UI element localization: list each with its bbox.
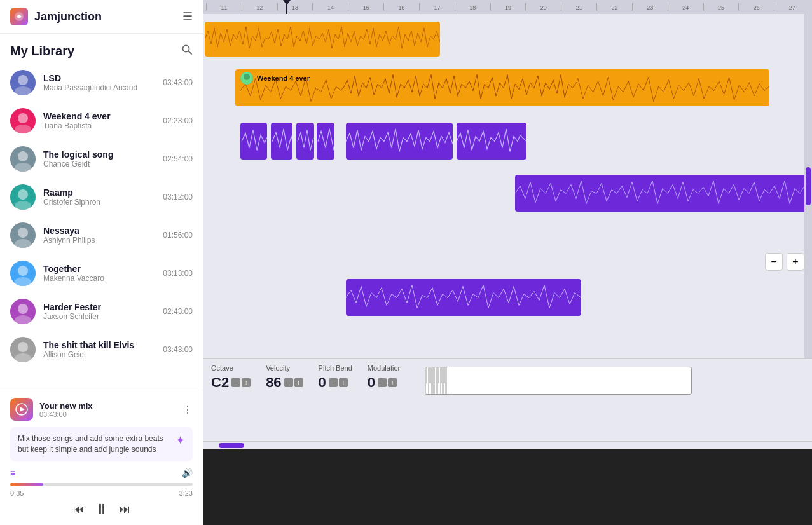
track-row-2-inner: Weekend 4 ever [203, 64, 812, 116]
pitch-bend-value: 0 [319, 374, 326, 391]
track-info: The logical song Chance Geidt [43, 149, 158, 168]
track-artist: Allison Geidt [43, 350, 158, 359]
logo-icon [10, 8, 28, 25]
track-item[interactable]: The logical song Chance Geidt 02:54:00 [0, 140, 203, 178]
svg-line-2 [189, 51, 192, 55]
waveform-block-6[interactable] [346, 279, 581, 316]
playhead-triangle [283, 0, 291, 5]
now-playing-row: Your new mix 03:43:00 ⋮ [10, 398, 193, 421]
track-avatar [10, 337, 36, 362]
ruler-mark: 18 [455, 3, 490, 11]
player-controls: ≡ 🔊 0:35 3:23 ⏮ ⏸ ⏭ [10, 468, 193, 517]
volume-icon: 🔊 [182, 468, 193, 478]
waveform-block-2b[interactable] [343, 69, 577, 106]
main-content: 1112131415161718192021222324252627 [203, 0, 812, 525]
ruler-mark: 14 [312, 3, 348, 11]
track-item[interactable]: The shit that kill Elvis Allison Geidt 0… [0, 331, 203, 369]
sidebar-header: Jamjunction ☰ [0, 0, 203, 34]
sidebar: Jamjunction ☰ My Library LSD Maria Passa… [0, 0, 203, 525]
track-row-3-inner [203, 116, 812, 168]
track-row-1-inner [203, 17, 812, 64]
track-name: LSD [43, 73, 158, 83]
weekend-label: Weekend 4 ever [257, 74, 310, 82]
play-pause-button[interactable]: ⏸ [95, 501, 109, 517]
waveform-block-4[interactable] [515, 175, 809, 212]
waveform-block-3e[interactable] [346, 123, 453, 160]
ruler-mark: 20 [525, 3, 561, 11]
progress-bar[interactable] [10, 483, 193, 486]
previous-button[interactable]: ⏮ [73, 503, 85, 516]
daw-area: 1112131415161718192021222324252627 [203, 0, 812, 358]
track-artist: Chance Geidt [43, 160, 158, 168]
ruler-mark: 19 [490, 3, 526, 11]
track-item[interactable]: Weekend 4 ever Tiana Baptista 02:23:00 [0, 102, 203, 140]
zoom-in-button[interactable]: + [787, 253, 804, 271]
velocity-minus[interactable]: − [284, 378, 293, 387]
modulation-value: 0 [368, 374, 375, 391]
scrollbar-thumb-v [806, 167, 811, 205]
pitch-bend-plus[interactable]: + [339, 378, 348, 387]
velocity-plus[interactable]: + [294, 378, 303, 387]
waveform-block-3f[interactable] [457, 123, 526, 160]
track-artist: Jaxson Schleifer [43, 312, 158, 321]
pitch-bend-minus[interactable]: − [329, 378, 338, 387]
track-item[interactable]: LSD Maria Passaquindici Arcand 03:43:00 [0, 64, 203, 102]
app-title: Jamjunction [34, 10, 102, 24]
next-button[interactable]: ⏭ [119, 503, 130, 516]
octave-plus[interactable]: + [242, 378, 251, 387]
zoom-controls: − + [765, 253, 804, 271]
waveform-block-1a[interactable] [205, 22, 440, 57]
ai-prompt-text: Mix those songs and add some extra beats… [18, 433, 170, 455]
mini-key[interactable] [447, 367, 448, 394]
now-playing-icon [10, 398, 33, 421]
waveform-block-3b[interactable] [271, 123, 292, 160]
controls-bar: Octave C2 − + Velocity 86 − + [203, 358, 812, 441]
velocity-group: Velocity 86 − + [266, 364, 303, 391]
ruler-mark: 17 [419, 3, 455, 11]
track-name: Weekend 4 ever [43, 111, 158, 121]
track-name: Harder Fester [43, 302, 158, 312]
hamburger-button[interactable]: ☰ [182, 10, 193, 24]
track-name: The logical song [43, 149, 158, 160]
scrollbar-thumb [219, 443, 244, 448]
track-duration: 03:43:00 [163, 345, 193, 354]
track-row-5 [203, 221, 812, 273]
modulation-minus[interactable]: − [378, 378, 387, 387]
zoom-out-button[interactable]: − [765, 253, 783, 271]
list-icon: ≡ [10, 468, 15, 478]
now-playing-info: Your new mix 03:43:00 [39, 401, 176, 418]
waveform-block-3c[interactable] [296, 123, 314, 160]
track-row-1 [203, 17, 812, 64]
svg-point-29 [244, 74, 250, 80]
track-info: The shit that kill Elvis Allison Geidt [43, 340, 158, 359]
track-item[interactable]: Harder Fester Jaxson Schleifer 02:43:00 [0, 292, 203, 331]
transport-controls: ⏮ ⏸ ⏭ [10, 501, 193, 517]
svg-point-4 [18, 75, 28, 85]
mini-keyboard[interactable] [425, 367, 692, 395]
track-item[interactable]: Nessaya Ashlynn Philips 01:56:00 [0, 216, 203, 254]
track-list: LSD Maria Passaquindici Arcand 03:43:00 … [0, 64, 203, 390]
vertical-scrollbar[interactable] [804, 14, 812, 358]
track-artist: Cristofer Siphron [43, 198, 158, 207]
octave-minus[interactable]: − [231, 378, 240, 387]
ruler-mark: 27 [774, 3, 809, 11]
track-item[interactable]: Together Makenna Vaccaro 03:13:00 [0, 254, 203, 292]
track-row-4 [203, 168, 812, 221]
more-options-button[interactable]: ⋮ [182, 404, 193, 416]
track-info: LSD Maria Passaquindici Arcand [43, 73, 158, 92]
now-playing-section: Your new mix 03:43:00 ⋮ Mix those songs … [0, 390, 203, 525]
scrollbar-area[interactable] [203, 441, 812, 449]
waveform-block-3d[interactable] [317, 123, 334, 160]
total-time: 3:23 [179, 489, 193, 497]
time-row: 0:35 3:23 [10, 489, 193, 497]
search-button[interactable] [181, 44, 193, 58]
waveform-block-3a[interactable] [240, 123, 267, 160]
track-info: Raamp Cristofer Siphron [43, 188, 158, 207]
ruler-mark: 21 [561, 3, 596, 11]
track-item[interactable]: Raamp Cristofer Siphron 03:12:00 [0, 178, 203, 216]
mini-keys-container [425, 367, 448, 394]
track-avatar [10, 184, 36, 210]
modulation-plus[interactable]: + [388, 378, 397, 387]
track-row-2: Weekend 4 ever [203, 64, 812, 116]
ruler-mark: 16 [383, 3, 419, 11]
